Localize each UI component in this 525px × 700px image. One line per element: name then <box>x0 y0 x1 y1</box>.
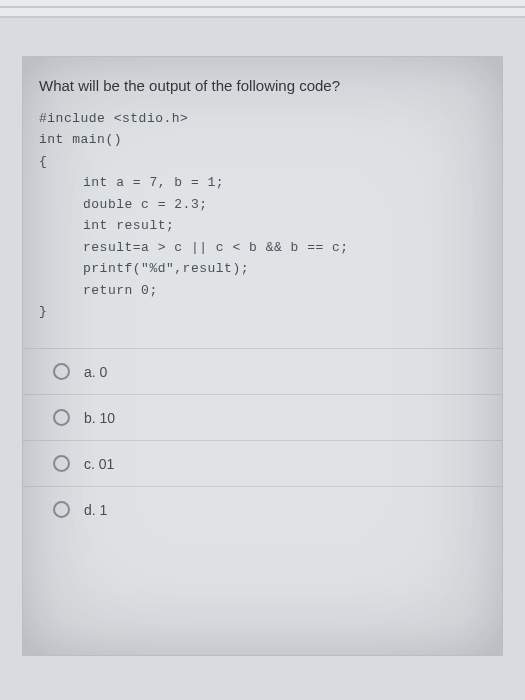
code-line: printf("%d",result); <box>39 258 486 279</box>
option-c[interactable]: c. 01 <box>23 440 502 486</box>
code-line: #include <stdio.h> <box>39 108 486 129</box>
option-label: d. 1 <box>84 502 107 518</box>
radio-icon[interactable] <box>53 455 70 472</box>
code-line: } <box>39 301 486 322</box>
radio-icon[interactable] <box>53 363 70 380</box>
code-line: return 0; <box>39 280 486 301</box>
code-line: result=a > c || c < b && b == c; <box>39 237 486 258</box>
window-top-bar <box>0 0 525 18</box>
radio-icon[interactable] <box>53 501 70 518</box>
quiz-question-card: What will be the output of the following… <box>22 56 503 656</box>
question-text: What will be the output of the following… <box>23 57 502 104</box>
code-line: int main() <box>39 129 486 150</box>
code-line: int a = 7, b = 1; <box>39 172 486 193</box>
code-line: int result; <box>39 215 486 236</box>
code-block: #include <stdio.h> int main() { int a = … <box>23 104 502 334</box>
option-a[interactable]: a. 0 <box>23 348 502 394</box>
radio-icon[interactable] <box>53 409 70 426</box>
option-label: b. 10 <box>84 410 115 426</box>
code-line: double c = 2.3; <box>39 194 486 215</box>
option-label: a. 0 <box>84 364 107 380</box>
options-list: a. 0 b. 10 c. 01 d. 1 <box>23 348 502 532</box>
option-d[interactable]: d. 1 <box>23 486 502 532</box>
option-b[interactable]: b. 10 <box>23 394 502 440</box>
option-label: c. 01 <box>84 456 114 472</box>
code-line: { <box>39 151 486 172</box>
